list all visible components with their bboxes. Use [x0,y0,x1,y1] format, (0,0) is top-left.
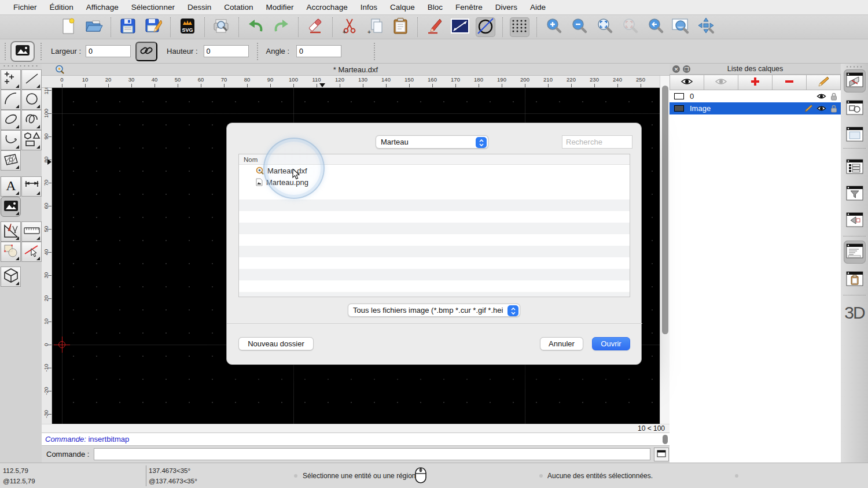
arc-tool-button[interactable] [1,90,21,110]
misc-draw-tool-button[interactable] [1,221,21,242]
layer-visibility-icon[interactable] [815,93,827,99]
dimension-tool-button[interactable] [21,176,42,197]
dock-library-toggle[interactable] [844,124,866,147]
print-preview-button[interactable] [212,17,231,37]
modify-tool-button[interactable] [1,242,21,262]
hide-all-layers-button[interactable] [704,75,738,90]
menu-accrochage[interactable]: Accrochage [300,0,354,15]
new-folder-button[interactable]: Nouveau dossier [238,337,314,350]
cancel-button[interactable]: Annuler [540,337,583,350]
remove-layer-button[interactable] [773,75,807,90]
ellipse-tool-button[interactable] [1,110,21,130]
palette-drag-handle[interactable] [2,65,39,67]
edit-layer-button[interactable] [807,75,841,90]
menu-divers[interactable]: Divers [489,0,524,15]
dock-3d-toggle[interactable]: 3D [841,303,868,323]
save-as-button[interactable] [144,17,163,37]
menu-dessin[interactable]: Dessin [181,0,218,15]
vertical-scrollbar-thumb[interactable] [662,86,668,334]
show-all-layers-button[interactable] [670,75,704,90]
menu-aide[interactable]: Aide [524,0,552,15]
layer-color-swatch[interactable] [674,105,684,112]
menu-fichier[interactable]: Fichier [7,0,43,15]
cut-button[interactable]: + [340,17,359,37]
dock-clipboard-toggle[interactable] [844,268,866,291]
dock-filter-toggle[interactable] [844,183,866,206]
open-button[interactable]: Ouvrir [592,337,630,350]
dock-properties-toggle[interactable] [844,69,866,93]
svg-export-button[interactable]: SVG [178,17,197,37]
restrict-off-button[interactable] [476,17,495,37]
menu-affichage[interactable]: Affichage [80,0,125,15]
menu-bloc[interactable]: Bloc [421,0,449,15]
line-tool-button[interactable] [21,69,42,90]
shape-tool-button[interactable] [21,130,42,150]
add-layer-button[interactable] [738,75,773,90]
grid-button[interactable] [510,17,529,37]
dock-render-toggle[interactable] [844,209,866,232]
zoom-in-button[interactable] [544,17,564,37]
dock-drag-handle[interactable] [845,66,864,68]
menu-edition[interactable]: Édition [43,0,80,15]
delete-button[interactable] [306,17,325,37]
menu-modifier[interactable]: Modifier [259,0,300,15]
layer-edit-icon[interactable] [803,105,814,112]
hatch-tool-button[interactable] [1,150,21,171]
location-dropdown[interactable]: Marteau [376,135,488,149]
zoom-pan-button[interactable] [697,17,716,37]
menu-calque[interactable]: Calque [384,0,421,15]
menu-infos[interactable]: Infos [354,0,384,15]
points-tool-button[interactable] [1,69,21,90]
text-tool-button[interactable]: A [1,176,21,197]
layer-color-swatch[interactable] [674,93,684,99]
circle-tool-button[interactable] [21,90,42,110]
layer-lock-icon[interactable] [828,105,840,113]
paste-button[interactable] [391,17,410,37]
draw-pencil-button[interactable] [425,17,444,37]
dock-command-toggle[interactable] [844,241,866,264]
zoom-selection-button[interactable] [620,17,640,37]
zoom-previous-button[interactable] [646,17,665,37]
search-input[interactable] [562,135,632,149]
copy-button[interactable]: + [365,17,385,37]
undo-button[interactable] [246,17,266,37]
dock-list-toggle[interactable] [844,156,866,179]
angle-input[interactable] [296,45,341,57]
command-history[interactable]: Commande: insertbitmap [42,432,670,445]
toolbar-drag-handle[interactable] [5,43,6,60]
history-scrollbar-thumb[interactable] [663,435,668,444]
measure-tool-button[interactable] [21,221,42,242]
command-window-toggle-button[interactable] [654,448,669,461]
zoom-out-button[interactable] [569,17,589,37]
layer-visibility-icon[interactable] [815,105,827,112]
polyline-tool-button[interactable] [1,130,21,150]
document-title-bar[interactable]: * Marteau.dxf [42,64,670,76]
width-input[interactable] [86,45,131,57]
command-input[interactable] [94,448,650,460]
menu-selectionner[interactable]: Sélectionner [125,0,181,15]
ruler-label: 20 [43,290,50,306]
menu-fenetre[interactable]: Fenêtre [449,0,489,15]
zoom-window-button[interactable] [671,17,691,37]
layer-lock-icon[interactable] [828,93,840,101]
cursor-position-marker-v [47,159,52,165]
new-file-button[interactable] [58,17,78,37]
spline-tool-button[interactable] [21,110,42,130]
save-button[interactable] [118,17,138,37]
link-dimensions-button[interactable] [135,42,157,61]
solid-tool-button[interactable] [1,267,21,287]
layer-row-image[interactable]: Image [670,102,841,114]
file-type-filter-dropdown[interactable]: Tous les fichiers image (*.bmp *.cur *.g… [348,304,520,317]
redo-button[interactable] [271,17,291,37]
insert-image-tool-button[interactable] [10,41,35,62]
vertical-scrollbar[interactable] [660,76,670,424]
image-tool-button[interactable] [1,197,21,217]
select-tool-button[interactable] [21,242,42,262]
zoom-auto-button[interactable] [595,17,615,37]
menu-cotation[interactable]: Cotation [218,0,259,15]
open-file-button[interactable] [84,17,104,37]
dock-blocks-toggle[interactable] [844,97,866,120]
layer-row-0[interactable]: 0 [670,90,841,102]
height-input[interactable] [204,45,249,57]
distance-button[interactable] [450,17,470,37]
